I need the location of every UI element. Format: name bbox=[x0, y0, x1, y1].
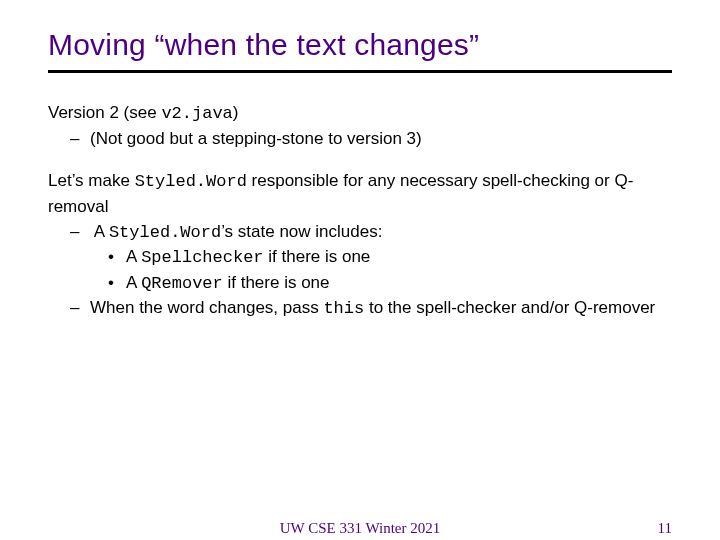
slide: Moving “when the text changes” Version 2… bbox=[0, 0, 720, 540]
list-item: A Styled.Word’s state now includes: A Sp… bbox=[90, 220, 672, 297]
title-underline bbox=[48, 70, 672, 73]
list-item: A Spellchecker if there is one bbox=[126, 245, 672, 271]
slide-title: Moving “when the text changes” bbox=[48, 28, 672, 62]
text: if there is one bbox=[223, 273, 330, 292]
text: (Not good but a stepping-stone to versio… bbox=[90, 129, 422, 148]
code-class: Spellchecker bbox=[141, 248, 263, 267]
sub-bullet-list: A Spellchecker if there is one A QRemove… bbox=[90, 245, 672, 296]
code-class: QRemover bbox=[141, 274, 223, 293]
list-item: When the word changes, pass this to the … bbox=[90, 296, 672, 322]
list-item: (Not good but a stepping-stone to versio… bbox=[90, 127, 672, 152]
text: if there is one bbox=[264, 247, 371, 266]
paragraph-1: Version 2 (see v2.java) (Not good but a … bbox=[48, 101, 672, 151]
text: When the word changes, pass bbox=[90, 298, 323, 317]
text: to the spell-checker and/or Q-remover bbox=[364, 298, 655, 317]
text: A bbox=[126, 273, 141, 292]
text: Let’s make bbox=[48, 171, 135, 190]
code-keyword: this bbox=[323, 299, 364, 318]
text: ’s state now includes: bbox=[221, 222, 382, 241]
code-class: Styled.Word bbox=[109, 223, 221, 242]
footer-page-number: 11 bbox=[658, 520, 672, 537]
slide-body: Version 2 (see v2.java) (Not good but a … bbox=[48, 101, 672, 322]
footer-course: UW CSE 331 Winter 2021 bbox=[280, 520, 441, 537]
bullet-list: A Styled.Word’s state now includes: A Sp… bbox=[48, 220, 672, 323]
code-filename: v2.java bbox=[161, 104, 232, 123]
text: A bbox=[94, 222, 109, 241]
list-item: A QRemover if there is one bbox=[126, 271, 672, 297]
text: Version 2 (see bbox=[48, 103, 161, 122]
text: ) bbox=[233, 103, 239, 122]
code-class: Styled.Word bbox=[135, 172, 247, 191]
bullet-list: (Not good but a stepping-stone to versio… bbox=[48, 127, 672, 152]
text: A bbox=[126, 247, 141, 266]
paragraph-2: Let’s make Styled.Word responsible for a… bbox=[48, 169, 672, 322]
